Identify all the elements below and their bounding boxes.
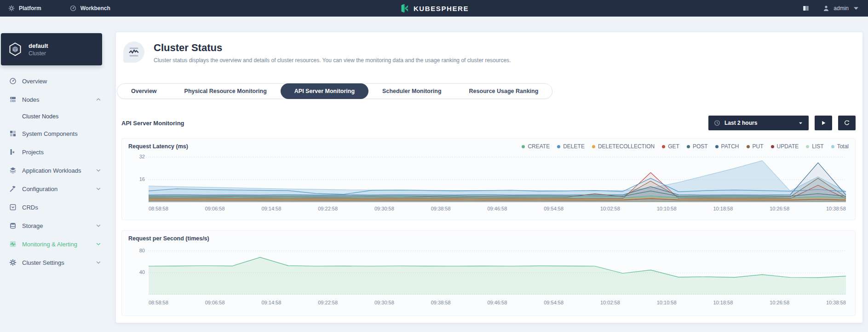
sidebar-item-nodes[interactable]: Nodes — [0, 90, 110, 109]
legend-dot — [662, 145, 665, 148]
y-tick-label: 40 — [126, 269, 145, 275]
tab-resource-usage-ranking[interactable]: Resource Usage Ranking — [455, 84, 552, 99]
x-tick-label: 09:06:58 — [205, 300, 225, 305]
sidebar-item-label: CRDs — [22, 204, 38, 211]
request-latency-chart: 1632 — [149, 151, 846, 202]
x-tick-label: 10:38:58 — [826, 300, 846, 305]
time-range-select[interactable]: Last 2 hours — [708, 116, 809, 130]
gear-icon — [9, 259, 17, 266]
legend-label: LIST — [812, 143, 823, 150]
legend-dot — [806, 145, 809, 148]
request-per-second-svg — [149, 246, 846, 295]
x-tick-label: 10:18:58 — [713, 206, 733, 211]
legend-item-patch: PATCH — [715, 143, 739, 150]
y-tick-label: 80 — [126, 248, 145, 253]
sidebar-nav: OverviewNodesCluster NodesSystem Compone… — [0, 72, 110, 272]
cluster-selector[interactable]: default Cluster — [1, 33, 102, 65]
x-tick-label: 08:58:58 — [149, 300, 168, 305]
chevron-down-icon — [96, 223, 101, 228]
username: admin — [834, 5, 849, 12]
cluster-status-icon — [123, 41, 144, 63]
autorefresh-play-button[interactable] — [815, 116, 832, 130]
tab-scheduler-monitoring[interactable]: Scheduler Monitoring — [368, 84, 455, 99]
x-tick-label: 09:54:58 — [544, 206, 563, 211]
legend-item-update: UPDATE — [771, 143, 799, 150]
page-title: Cluster Status — [154, 41, 511, 54]
chart-title: Request per Second (times/s) — [128, 235, 209, 242]
legend-item-delete: DELETE — [557, 143, 585, 150]
request-per-second-panel: Request per Second (times/s) 4080 08:58:… — [121, 230, 856, 316]
sidebar-item-label: System Components — [22, 130, 78, 137]
legend-dot — [771, 145, 774, 148]
legend-dot — [522, 145, 525, 148]
x-tick-label: 10:26:58 — [770, 206, 789, 211]
sidebar-subitem-cluster-nodes[interactable]: Cluster Nodes — [0, 109, 110, 124]
x-tick-label: 08:58:58 — [149, 206, 168, 211]
chevron-down-icon — [852, 5, 860, 12]
docs-book-icon[interactable] — [802, 5, 810, 12]
legend-label: DELETECOLLECTION — [598, 143, 655, 150]
request-per-second-chart: 4080 — [149, 246, 846, 295]
x-tick-label: 10:10:58 — [657, 206, 677, 211]
play-icon — [820, 120, 827, 126]
x-tick-label: 09:54:58 — [544, 300, 563, 305]
app-workloads-icon — [9, 167, 17, 174]
sidebar-item-system-components[interactable]: System Components — [0, 124, 110, 143]
sidebar-item-overview[interactable]: Overview — [0, 72, 110, 90]
crd-icon — [9, 204, 17, 211]
legend-label: POST — [693, 143, 708, 150]
monitor-icon — [9, 240, 17, 248]
legend-item-post: POST — [687, 143, 708, 150]
request-latency-svg — [149, 151, 846, 202]
sidebar-item-configuration[interactable]: Configuration — [0, 180, 110, 198]
sidebar-item-cluster-settings[interactable]: Cluster Settings — [0, 253, 110, 272]
tab-api-server-monitoring[interactable]: API Server Monitoring — [281, 83, 368, 99]
legend-dot — [715, 145, 719, 148]
x-tick-label: 09:46:58 — [488, 300, 507, 305]
chevron-down-icon — [96, 168, 101, 173]
x-tick-label: 09:14:58 — [262, 206, 282, 211]
page-header: Cluster Status Cluster status displays t… — [123, 41, 511, 64]
chevron-down-icon — [96, 241, 101, 247]
chevron-up-icon — [96, 97, 101, 102]
legend-item-deletecollection: DELETECOLLECTION — [592, 143, 655, 150]
sidebar-item-monitoring-alerting[interactable]: Monitoring & Alerting — [0, 235, 110, 253]
workbench-link[interactable]: Workbench — [70, 0, 110, 17]
x-tick-label: 10:02:58 — [600, 206, 620, 211]
sidebar-item-label: Overview — [22, 78, 47, 85]
legend-dot — [557, 145, 560, 148]
cluster-hexagon-icon — [8, 42, 23, 57]
platform-menu[interactable]: Platform — [8, 0, 41, 17]
sidebar-item-crds[interactable]: CRDs — [0, 198, 110, 216]
sidebar-item-storage[interactable]: Storage — [0, 216, 110, 235]
storage-icon — [9, 222, 17, 229]
sidebar-item-label: Monitoring & Alerting — [22, 241, 77, 248]
sidebar-item-application-workloads[interactable]: Application Workloads — [0, 161, 110, 180]
tab-physical-resource-monitoring[interactable]: Physical Resource Monitoring — [171, 84, 281, 99]
tab-overview[interactable]: Overview — [117, 84, 171, 99]
brand-logo[interactable]: KUBESPHERE — [399, 3, 469, 13]
clock-icon — [714, 120, 720, 126]
cluster-name: default — [29, 42, 48, 50]
legend-dot — [687, 145, 690, 148]
components-icon — [9, 130, 17, 137]
chevron-down-icon — [96, 186, 101, 192]
legend-label: GET — [668, 143, 679, 150]
sidebar-item-projects[interactable]: Projects — [0, 143, 110, 161]
user-menu[interactable]: admin — [822, 5, 860, 12]
x-tick-label: 09:14:58 — [262, 300, 282, 305]
refresh-button[interactable] — [838, 116, 856, 130]
monitoring-toolbar: API Server Monitoring Last 2 hours — [121, 115, 856, 131]
sidebar-item-label: Projects — [22, 149, 44, 156]
x-tick-label: 09:38:58 — [431, 206, 451, 211]
workbench-icon — [70, 5, 76, 12]
legend-item-total: Total — [831, 143, 849, 150]
x-tick-label: 09:30:58 — [374, 206, 394, 211]
tab-bar: OverviewPhysical Resource MonitoringAPI … — [117, 83, 552, 99]
legend-label: CREATE — [528, 143, 550, 150]
x-axis-labels: 08:58:5809:06:5809:14:5809:22:5809:30:58… — [149, 300, 846, 305]
user-avatar-icon — [822, 5, 830, 12]
x-tick-label: 10:38:58 — [826, 206, 846, 211]
x-tick-label: 09:30:58 — [374, 300, 394, 305]
chevron-down-icon — [798, 121, 803, 126]
